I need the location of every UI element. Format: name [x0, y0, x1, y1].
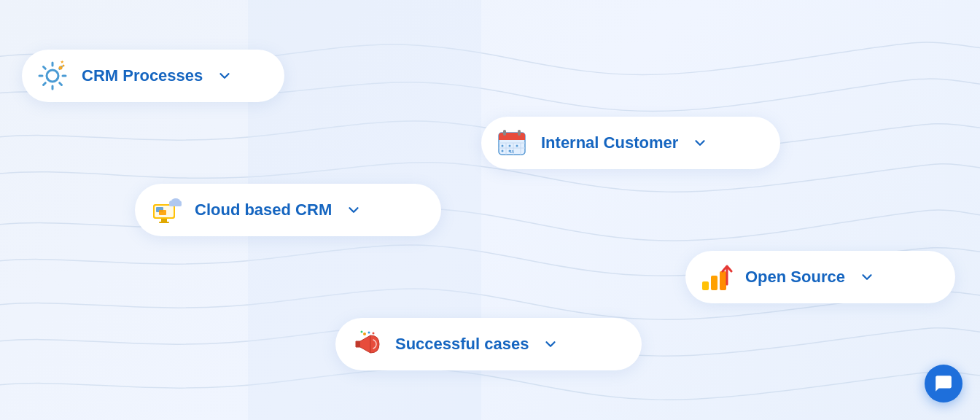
svg-point-21: [509, 145, 511, 147]
card-open-source[interactable]: Open Source: [685, 251, 955, 303]
svg-line-5: [44, 67, 46, 69]
svg-point-20: [502, 145, 504, 147]
svg-rect-39: [711, 276, 718, 290]
card-crm-processes[interactable]: CRM Processes: [22, 50, 284, 102]
svg-line-8: [44, 83, 46, 85]
internal-customer-chevron[interactable]: [688, 131, 712, 155]
card-internal-customer[interactable]: 15 Internal Customer: [481, 117, 780, 169]
svg-point-44: [368, 332, 370, 334]
cloud-crm-label: Cloud based CRM: [195, 201, 332, 219]
svg-rect-42: [356, 341, 360, 347]
svg-point-46: [361, 331, 363, 333]
svg-point-45: [373, 332, 375, 335]
crm-processes-label: CRM Processes: [82, 66, 203, 85]
svg-rect-14: [499, 137, 525, 140]
cloud-crm-icon: [147, 191, 184, 229]
chat-button[interactable]: [925, 365, 962, 402]
card-cloud-crm[interactable]: Cloud based CRM: [135, 184, 441, 236]
svg-point-43: [363, 332, 366, 335]
svg-rect-37: [169, 203, 182, 206]
svg-rect-26: [518, 130, 521, 136]
svg-marker-9: [61, 61, 64, 64]
svg-point-11: [63, 65, 65, 67]
card-successful-cases[interactable]: Successful cases: [335, 318, 642, 370]
svg-rect-33: [159, 210, 166, 215]
svg-point-22: [516, 145, 518, 147]
svg-rect-38: [702, 281, 709, 290]
internal-customer-label: Internal Customer: [541, 133, 678, 152]
crm-processes-icon: [34, 57, 71, 95]
svg-rect-31: [159, 222, 169, 223]
svg-point-10: [59, 66, 63, 70]
open-source-icon: [697, 258, 735, 296]
svg-point-23: [502, 150, 504, 152]
successful-cases-icon: [347, 325, 385, 363]
open-source-chevron[interactable]: [855, 265, 879, 289]
crm-processes-chevron[interactable]: [213, 64, 236, 88]
internal-customer-icon: 15: [493, 124, 531, 162]
svg-text:15: 15: [510, 149, 514, 154]
svg-rect-40: [720, 271, 726, 290]
cloud-crm-chevron[interactable]: [342, 198, 365, 222]
svg-point-0: [47, 70, 58, 82]
successful-cases-label: Successful cases: [395, 335, 529, 354]
open-source-label: Open Source: [745, 268, 845, 287]
svg-rect-30: [161, 219, 167, 222]
successful-cases-chevron[interactable]: [539, 332, 562, 356]
svg-line-6: [60, 83, 62, 85]
svg-rect-25: [503, 130, 506, 136]
main-content: CRM Processes: [0, 0, 980, 420]
